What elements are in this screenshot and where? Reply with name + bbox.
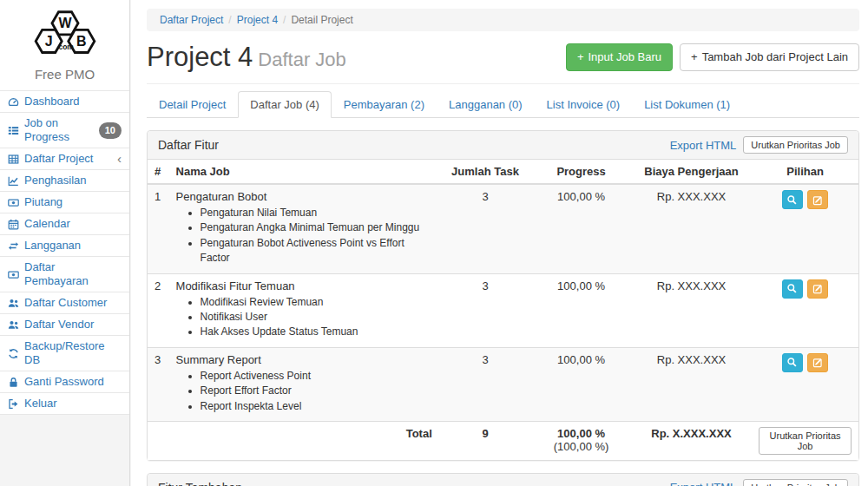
pencil-square-icon [812, 283, 824, 294]
view-job-button[interactable] [782, 279, 803, 299]
edit-job-button[interactable] [807, 353, 828, 372]
table-row: 1 Pengaturan Bobot Pengaturan Nilai Temu… [148, 184, 858, 273]
sidebar-item-label: Keluar [24, 397, 57, 410]
cost-value: Rp. XXX.XXX [631, 184, 752, 273]
svg-text:J: J [44, 34, 52, 49]
col-biaya-pengerjaan: Biaya Pengerjaan [631, 160, 752, 184]
sidebar-item-daftar-project[interactable]: Daftar Project ‹ [0, 148, 129, 169]
money-icon [8, 269, 19, 280]
plus-icon: + [691, 49, 698, 65]
sidebar-item-backup-restore-db[interactable]: Backup/Restore DB [0, 336, 129, 371]
brand-name: Free PMO [0, 67, 129, 82]
job-subtasks: Pengaturan Nilai Temuan Pengaturan Angka… [190, 206, 432, 266]
main-content: Daftar Project/Project 4/Detail Project … [131, 0, 868, 486]
breadcrumb-project-4[interactable]: Project 4 [237, 14, 278, 26]
tab-list-dokumen: List Dokumen (1) [632, 91, 742, 117]
breadcrumb-separator: / [228, 14, 231, 26]
subtask: Notifikasi User [201, 310, 432, 325]
sidebar-item-calendar[interactable]: Calendar [0, 213, 129, 234]
edit-job-button[interactable] [807, 279, 828, 299]
edit-job-button[interactable] [807, 190, 828, 209]
project-tabs: Detail Project Daftar Job (4) Pembayaran… [147, 91, 859, 118]
page-title: Project 4Daftar Job [147, 42, 346, 73]
urutkan-prioritas-job-button[interactable]: Urutkan Prioritas Job [759, 427, 852, 455]
sidebar-item-daftar-pembayaran[interactable]: Daftar Pembayaran [0, 257, 129, 292]
tab-langganan: Langganan (0) [437, 91, 535, 117]
chevron-left-icon: ‹ [117, 154, 122, 164]
sidebar-item-daftar-vendor[interactable]: Daftar Vendor [0, 314, 129, 335]
retweet-icon [8, 240, 19, 252]
brand-logo: W J B .com Free PMO [0, 0, 129, 90]
sidebar-item-ganti-password[interactable]: Ganti Password [0, 371, 129, 392]
lock-icon [8, 377, 19, 388]
tachometer-icon [8, 96, 19, 108]
export-html-link[interactable]: Export HTML [670, 139, 737, 152]
sidebar-item-dashboard[interactable]: Dashboard [0, 91, 129, 112]
job-subtasks: Modifikasi Review Temuan Notifikasi User… [190, 295, 432, 340]
tambah-job-dari-project-lain-button[interactable]: +Tambah Job dari Project Lain [680, 43, 859, 71]
subtask: Report Inspekta Level [201, 399, 432, 414]
table-icon [8, 154, 19, 165]
sidebar-item-label: Ganti Password [24, 375, 104, 389]
subtask: Report Activeness Point [201, 369, 432, 384]
job-subtasks: Report Activeness Point Report Effort Fa… [190, 369, 432, 414]
total-progress-extra: (100,00 %) [554, 440, 609, 453]
view-job-button[interactable] [782, 353, 803, 372]
subtask: Report Effort Factor [201, 384, 432, 398]
table-total-row: Total 9 100,00 % (100,00 %) Rp. X.XXX.XX… [148, 421, 858, 460]
sidebar-item-langganan[interactable]: Langganan [0, 235, 129, 256]
plus-icon: + [577, 49, 584, 65]
sidebar-item-daftar-customer[interactable]: Daftar Customer [0, 292, 129, 313]
subtask: Pengaturan Bobot Activeness Point vs Eff… [201, 236, 432, 266]
tab-pembayaran: Pembayaran (2) [332, 91, 437, 117]
table-row: 3 Summary Report Report Activeness Point… [148, 347, 858, 421]
total-cost: Rp. X.XXX.XXX [631, 421, 752, 460]
sidebar-item-label: Calendar [24, 217, 70, 231]
subtask: Pengaturan Nilai Temuan [201, 206, 432, 220]
row-number: 1 [148, 184, 169, 273]
sidebar-item-label: Daftar Project [24, 152, 93, 166]
sidebar-item-penghasilan[interactable]: Penghasilan [0, 170, 129, 191]
col-pilihan: Pilihan [752, 160, 858, 184]
total-tasks: 9 [439, 421, 531, 460]
sidebar-item-label: Penghasilan [24, 174, 87, 187]
tab-daftar-job: Daftar Job (4) [238, 91, 331, 117]
sidebar-item-job-on-progress[interactable]: Job on Progress 10 [0, 113, 129, 148]
search-icon [786, 194, 798, 206]
urutkan-prioritas-job-button[interactable]: Urutkan Prioritas Job [743, 136, 848, 154]
cost-value: Rp. XXX.XXX [631, 347, 752, 421]
sidebar-item-piutang[interactable]: Piutang [0, 192, 129, 213]
list-icon [8, 125, 19, 136]
job-count-badge: 10 [99, 122, 122, 139]
users-icon [8, 319, 19, 331]
task-count: 3 [439, 273, 531, 347]
panel-fitur-tambahan: Fitur Tambahan Export HTML Urutkan Prior… [147, 473, 859, 486]
view-job-button[interactable] [782, 190, 803, 209]
sidebar-item-label: Daftar Vendor [24, 318, 94, 332]
subtask: Modifikasi Review Temuan [201, 295, 432, 310]
sidebar-item-label: Daftar Customer [24, 296, 107, 310]
svg-text:W: W [58, 16, 72, 30]
jwb-logo-icon: W J B .com [23, 7, 107, 61]
sidebar-item-label: Job on Progress [24, 116, 94, 144]
calendar-icon [8, 219, 19, 230]
tab-list-invoice: List Invoice (0) [535, 91, 633, 117]
row-number: 3 [148, 347, 169, 421]
export-html-link[interactable]: Export HTML [670, 481, 737, 486]
urutkan-prioritas-job-button[interactable]: Urutkan Prioritas Job [743, 479, 848, 486]
breadcrumb-daftar-project[interactable]: Daftar Project [160, 14, 223, 26]
progress-value: 100,00 % [531, 184, 631, 273]
daftar-fitur-table: # Nama Job Jumlah Task Progress Biaya Pe… [148, 160, 858, 460]
job-name: Summary Report [176, 353, 432, 366]
row-number: 2 [148, 273, 169, 347]
line-chart-icon [8, 175, 19, 187]
col-progress: Progress [531, 160, 631, 184]
money-icon [8, 197, 19, 208]
input-job-baru-button[interactable]: +Input Job Baru [566, 43, 673, 71]
refresh-icon [8, 348, 19, 359]
total-progress: 100,00 % [557, 427, 605, 440]
sidebar-item-keluar[interactable]: Keluar [0, 393, 129, 414]
sidebar-item-label: Backup/Restore DB [24, 339, 122, 367]
table-row: 2 Modifikasi Fitur Temuan Modifikasi Rev… [148, 273, 858, 347]
panel-heading: Daftar Fitur Export HTML Urutkan Priorit… [148, 131, 858, 160]
